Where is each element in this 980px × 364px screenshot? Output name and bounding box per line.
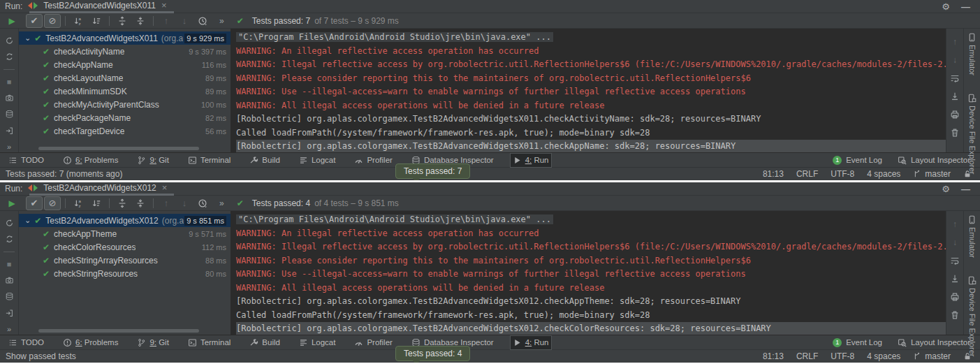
tool-window-button[interactable]: Profiler (351, 153, 395, 168)
test-history-button[interactable] (194, 196, 211, 210)
test-row[interactable]: ✔ checkPackageName 82 ms (19, 111, 231, 124)
test-row[interactable]: ✔ checkMinimumSDK 89 ms (19, 85, 231, 98)
test-settings-icon[interactable] (4, 110, 15, 118)
stop-icon[interactable]: ■ (7, 260, 12, 268)
expand-all-button[interactable] (114, 196, 131, 210)
scroll-up-icon[interactable]: ↑ (953, 37, 957, 47)
status-widget[interactable]: CRLF (796, 351, 818, 361)
tool-window-button[interactable]: 9: Git (134, 153, 171, 168)
more-actions-icon[interactable]: » (7, 143, 11, 151)
hide-panel-icon[interactable]: — (961, 1, 970, 12)
status-widget[interactable]: 4 spaces (867, 169, 900, 179)
rerun-icon[interactable] (4, 219, 15, 227)
tab-emulator[interactable]: Emulator (967, 33, 977, 75)
sort-alphabetically-button[interactable] (70, 14, 87, 28)
tool-window-button[interactable]: Build (247, 335, 283, 350)
tool-window-button[interactable]: 4: Run (510, 153, 552, 168)
test-row[interactable]: ✔ checkAppName 116 ms (19, 58, 231, 71)
scroll-to-end-icon[interactable] (950, 274, 960, 284)
stop-icon[interactable]: ■ (7, 78, 12, 86)
rerun-tests-button[interactable]: ▶ (3, 14, 20, 28)
tree-horizontal-scrollbar[interactable] (38, 329, 199, 333)
tool-window-button[interactable]: 4: Run (510, 335, 552, 350)
status-widget[interactable]: 81:13 (763, 169, 784, 179)
hide-panel-icon[interactable]: — (961, 184, 970, 194)
test-row[interactable]: ✔ checkStringResources 80 ms (19, 267, 231, 280)
show-ignored-toggle[interactable]: ⊘ (44, 14, 61, 28)
settings-gear-icon[interactable]: ⚙ (942, 1, 950, 12)
show-ignored-toggle[interactable]: ⊘ (44, 196, 61, 210)
test-row[interactable]: ✔ checkActivityName 9 s 397 ms (19, 45, 231, 58)
show-passed-toggle[interactable]: ✔ (26, 196, 43, 210)
tool-window-button[interactable]: Profiler (351, 335, 395, 350)
camera-icon[interactable] (4, 276, 15, 284)
print-icon[interactable] (950, 292, 960, 302)
scroll-down-icon[interactable]: ↓ (953, 238, 957, 247)
sort-alphabetically-button[interactable] (70, 196, 87, 210)
status-widget[interactable]: UTF-8 (831, 351, 854, 361)
sort-by-duration-button[interactable] (88, 196, 105, 210)
scroll-up-icon[interactable]: ↑ (953, 219, 957, 229)
test-row[interactable]: ✔ checkAppTheme 9 s 571 ms (19, 227, 231, 240)
import-test-results-icon[interactable] (4, 309, 15, 317)
git-branch-widget[interactable]: master (913, 351, 951, 361)
toolbar-overflow-icon[interactable]: » (219, 198, 224, 208)
event-log-button[interactable]: 1 Event Log (833, 338, 882, 347)
test-suite-row[interactable]: ⌄ ✔ TestB2AdvancedWidgetsX012 (org.a 9 s… (19, 214, 231, 227)
git-branch-widget[interactable]: master (913, 169, 951, 179)
tool-window-button[interactable]: 9: Git (134, 335, 171, 350)
collapse-node-icon[interactable]: ⌄ (24, 216, 31, 225)
layout-inspector-button[interactable]: Layout Inspector (898, 156, 970, 165)
tab-emulator[interactable]: Emulator (967, 215, 977, 258)
tool-window-button[interactable]: 6: Problems (60, 153, 121, 168)
test-row[interactable]: ✔ checkStringArrayResources 88 ms (19, 254, 231, 267)
status-widget[interactable]: 81:13 (763, 351, 784, 361)
rerun-tests-button[interactable]: ▶ (3, 196, 20, 210)
tool-window-button[interactable]: Logcat (296, 335, 339, 350)
collapse-all-button[interactable] (132, 196, 149, 210)
scroll-down-icon[interactable]: ↓ (953, 55, 957, 65)
import-test-results-icon[interactable] (4, 126, 15, 135)
settings-gear-icon[interactable]: ⚙ (942, 184, 950, 194)
expand-all-button[interactable] (114, 14, 131, 28)
next-failed-test-button[interactable]: ↓ (176, 196, 193, 210)
more-actions-icon[interactable]: » (7, 325, 11, 333)
status-widget[interactable]: 4 spaces (867, 351, 900, 361)
tool-window-button[interactable]: 6: Problems (60, 335, 121, 350)
previous-failed-test-button[interactable]: ↑ (158, 196, 175, 210)
rerun-icon[interactable] (4, 36, 15, 45)
test-suite-row[interactable]: ⌄ ✔ TestB2AdvancedWidgetsX011 (org.a 9 s… (19, 31, 231, 45)
close-tab-icon[interactable]: × (161, 0, 167, 10)
tool-window-button[interactable]: TODO (6, 153, 47, 168)
tool-window-button[interactable]: Logcat (296, 153, 339, 168)
test-console[interactable]: "C:\Program Files\Android\Android Studio… (231, 29, 946, 152)
toolbar-overflow-icon[interactable]: » (219, 16, 224, 26)
tool-window-button[interactable]: Build (247, 153, 283, 168)
layout-inspector-button[interactable]: Layout Inspector (898, 338, 970, 347)
tab-device-file-explorer[interactable]: Device File Explorer (967, 94, 977, 174)
test-console[interactable]: "C:\Program Files\Android\Android Studio… (231, 211, 946, 335)
tool-window-button[interactable]: Terminal (185, 153, 233, 168)
test-row[interactable]: ✔ checkTargetDevice 56 ms (19, 124, 231, 138)
tree-horizontal-scrollbar[interactable] (38, 147, 199, 150)
scroll-to-end-icon[interactable] (950, 92, 960, 101)
test-row[interactable]: ✔ checkMyActivityParentClass 100 ms (19, 98, 231, 111)
status-widget[interactable]: UTF-8 (831, 169, 854, 179)
show-passed-toggle[interactable]: ✔ (26, 14, 43, 28)
run-tab[interactable]: TestB2AdvancedWidgetsX012 × (29, 182, 174, 196)
test-settings-icon[interactable] (4, 292, 15, 300)
test-row[interactable]: ✔ checkLayoutName 89 ms (19, 71, 231, 85)
tool-window-button[interactable]: TODO (6, 335, 47, 350)
tool-window-button[interactable]: Terminal (185, 335, 233, 350)
rerun-failed-tests-icon[interactable] (4, 235, 15, 243)
clear-console-icon[interactable] (950, 310, 960, 320)
collapse-node-icon[interactable]: ⌄ (24, 34, 31, 43)
tab-device-file-explorer[interactable]: Device File Explorer (967, 276, 977, 356)
event-log-button[interactable]: 1 Event Log (833, 156, 882, 165)
print-icon[interactable] (950, 110, 960, 119)
camera-icon[interactable] (4, 94, 15, 102)
rerun-failed-tests-icon[interactable] (4, 52, 15, 61)
soft-wrap-icon[interactable] (950, 256, 960, 265)
run-tab[interactable]: TestB2AdvancedWidgetsX011 × (29, 0, 173, 13)
soft-wrap-icon[interactable] (950, 73, 960, 83)
